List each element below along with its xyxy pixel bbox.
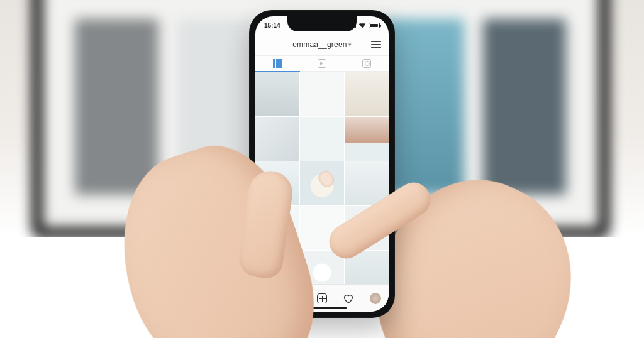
bg-tile (483, 19, 566, 195)
tab-reels[interactable] (300, 56, 345, 71)
username-label: emmaa__green (292, 40, 347, 49)
post-thumbnail[interactable] (345, 117, 389, 161)
plus-icon (317, 293, 327, 303)
post-thumbnail[interactable] (300, 117, 344, 161)
profile-header: emmaa__green ▾ (255, 35, 389, 54)
reels-icon (318, 59, 326, 68)
heart-icon (343, 293, 354, 303)
profile-view-tabs (255, 55, 389, 72)
photo-scene: 15:14 emmaa__green ▾ (0, 0, 644, 338)
tagged-icon (362, 59, 371, 68)
bg-tile (75, 19, 158, 195)
post-thumbnail[interactable] (255, 117, 299, 161)
tab-grid[interactable] (255, 56, 300, 72)
post-thumbnail[interactable] (255, 72, 299, 116)
avatar-icon (370, 293, 381, 304)
new-post-button[interactable] (316, 292, 328, 305)
wifi-icon (358, 23, 366, 28)
battery-icon (369, 23, 380, 28)
status-time: 15:14 (264, 22, 280, 29)
chevron-down-icon: ▾ (348, 41, 352, 48)
profile-button[interactable] (369, 292, 382, 305)
menu-icon[interactable] (371, 41, 381, 48)
phone-notch (287, 16, 357, 31)
grid-icon (273, 59, 282, 68)
activity-button[interactable] (342, 292, 355, 305)
username-switcher[interactable]: emmaa__green ▾ (292, 40, 352, 49)
post-thumbnail[interactable] (345, 72, 389, 116)
tab-tagged[interactable] (344, 56, 389, 71)
post-thumbnail[interactable] (300, 72, 344, 116)
